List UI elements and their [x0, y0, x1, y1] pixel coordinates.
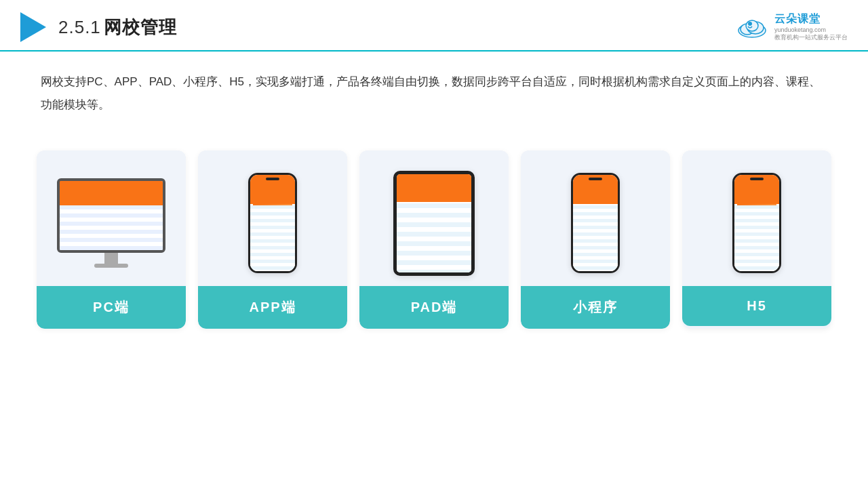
title-text: 网校管理 [104, 17, 177, 37]
card-h5-label: H5 [682, 286, 831, 326]
brand-text: 云朵课堂 yunduoketang.com 教育机构一站式服务云平台 [774, 12, 848, 42]
description-text: 网校支持PC、APP、PAD、小程序、H5，实现多端打通，产品各终端自由切换，数… [0, 52, 868, 123]
svg-point-3 [746, 20, 758, 31]
card-miniprogram: 小程序 [521, 150, 670, 329]
card-pad-label: PAD端 [359, 286, 509, 329]
brand-tagline: 教育机构一站式服务云平台 [774, 33, 848, 42]
card-miniprogram-label: 小程序 [521, 286, 670, 329]
cloud-icon [735, 16, 769, 39]
card-h5-image [682, 150, 831, 286]
card-pad: PAD端 [359, 150, 509, 329]
card-app-image [198, 150, 347, 286]
svg-point-4 [748, 22, 752, 26]
header-left: 2.5.1网校管理 [20, 12, 177, 42]
logo-triangle-icon [20, 12, 46, 42]
cards-section: PC端 APP端 PAD端 小程序 [0, 130, 868, 349]
card-miniprogram-image [521, 150, 670, 286]
card-app-label: APP端 [198, 286, 347, 329]
pc-device-mockup [57, 178, 165, 268]
card-app: APP端 [198, 150, 347, 329]
brand-name: 云朵课堂 [774, 12, 821, 26]
card-pc-image [37, 150, 186, 286]
card-pc-label: PC端 [37, 286, 186, 329]
app-device-mockup [248, 173, 297, 273]
miniprogram-device-mockup [571, 173, 620, 273]
h5-device-mockup [732, 173, 781, 273]
brand-url: yunduoketang.com [774, 26, 826, 33]
header: 2.5.1网校管理 云朵课堂 yunduoketang.com 教育机构一站式服… [0, 0, 868, 52]
card-pc: PC端 [37, 150, 186, 329]
card-pad-image [359, 150, 509, 286]
card-h5: H5 [682, 150, 831, 329]
page-title: 2.5.1网校管理 [58, 16, 177, 39]
brand-logo: 云朵课堂 yunduoketang.com 教育机构一站式服务云平台 [735, 12, 848, 42]
section-number: 2.5.1 [58, 17, 101, 37]
pad-device-mockup [393, 171, 475, 276]
